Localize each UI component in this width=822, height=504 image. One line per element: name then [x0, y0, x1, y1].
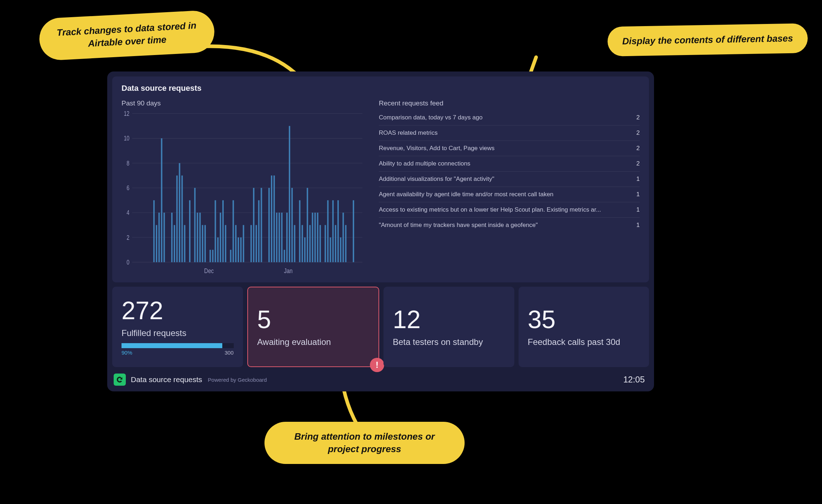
dashboard-card: Data source requests Past 90 days 024681… [107, 71, 654, 391]
svg-rect-48 [253, 188, 254, 262]
svg-rect-26 [182, 176, 183, 262]
feed-subtitle: Recent requests feed [379, 99, 640, 107]
svg-rect-63 [299, 200, 301, 262]
bar-chart: 024681012DecJan [122, 111, 365, 276]
feed-row-count: 1 [637, 206, 640, 213]
svg-rect-58 [284, 250, 285, 262]
svg-rect-30 [197, 213, 198, 262]
svg-rect-66 [307, 188, 308, 262]
svg-text:2: 2 [127, 234, 129, 241]
feed-row: Additional visualizations for "Agent act… [379, 172, 640, 187]
svg-rect-32 [202, 225, 203, 262]
svg-rect-46 [243, 225, 244, 262]
kpi-row: 272Fulfilled requests90%3005Awaiting eva… [112, 287, 649, 367]
svg-rect-54 [273, 176, 275, 262]
feed-row-label: ROAS related metrics [379, 129, 437, 137]
svg-rect-59 [286, 213, 288, 262]
svg-rect-62 [294, 225, 295, 262]
feed-row-count: 2 [637, 129, 640, 137]
svg-rect-31 [199, 213, 201, 262]
svg-rect-20 [161, 138, 162, 262]
kpi-card: 5Awaiting evaluation! [247, 287, 380, 367]
svg-rect-45 [240, 237, 242, 262]
svg-rect-72 [325, 225, 326, 262]
feed-row-label: "Amount of time my trackers have spent i… [379, 222, 538, 229]
feed-row-label: Access to existing metrics but on a lowe… [379, 206, 601, 213]
svg-rect-78 [340, 237, 341, 262]
kpi-label: Awaiting evaluation [257, 337, 370, 347]
svg-rect-81 [353, 200, 354, 262]
svg-rect-52 [268, 188, 270, 262]
svg-rect-75 [332, 200, 334, 262]
svg-rect-27 [184, 225, 185, 262]
svg-rect-39 [222, 200, 224, 262]
svg-rect-69 [315, 213, 316, 262]
feed-row: Ability to add multiple connections2 [379, 156, 640, 172]
kpi-card: 35Feedback calls past 30d [519, 287, 649, 367]
svg-text:Dec: Dec [204, 267, 214, 275]
feed-row: Access to existing metrics but on a lowe… [379, 202, 640, 218]
svg-rect-25 [179, 163, 180, 262]
svg-rect-50 [258, 200, 259, 262]
footer-clock: 12:05 [623, 375, 645, 385]
feed-row-label: Additional visualizations for "Agent act… [379, 176, 494, 183]
svg-rect-79 [342, 213, 344, 262]
svg-rect-28 [189, 200, 190, 262]
svg-rect-73 [327, 200, 328, 262]
kpi-value: 35 [528, 307, 640, 332]
dashboard-title: Data source requests [122, 84, 640, 93]
svg-rect-68 [312, 213, 313, 262]
feed-row-count: 2 [637, 114, 640, 121]
kpi-value: 12 [393, 307, 505, 332]
feed-column: Recent requests feed Comparison data, to… [379, 99, 640, 276]
top-row-card: Data source requests Past 90 days 024681… [112, 76, 649, 282]
svg-rect-80 [345, 225, 347, 262]
kpi-label: Fulfilled requests [122, 328, 234, 338]
feed-row-count: 1 [637, 176, 640, 183]
svg-rect-29 [194, 188, 195, 262]
kpi-value: 272 [122, 298, 234, 323]
svg-rect-61 [291, 188, 293, 262]
footer-dashboard-name: Data source requests [131, 375, 202, 384]
feed-row-count: 2 [637, 160, 640, 167]
svg-text:0: 0 [127, 258, 129, 266]
kpi-progress: 90%300 [122, 343, 234, 356]
svg-rect-40 [225, 225, 226, 262]
kpi-progress-pct: 90% [122, 350, 132, 356]
feed-row: Revenue, Visitors, Add to Cart, Page vie… [379, 141, 640, 156]
svg-rect-43 [235, 225, 237, 262]
svg-rect-36 [215, 200, 216, 262]
svg-text:12: 12 [124, 111, 129, 117]
svg-rect-34 [209, 250, 211, 262]
kpi-card: 12Beta testers on standby [383, 287, 514, 367]
annotation-airtable-tracking: Track changes to data stored in Airtable… [38, 10, 216, 61]
svg-rect-74 [330, 237, 331, 262]
svg-text:6: 6 [127, 184, 129, 191]
svg-rect-53 [271, 176, 272, 262]
chart-subtitle: Past 90 days [122, 99, 365, 107]
annotation-milestones: Bring attention to milestones or project… [264, 422, 465, 464]
svg-rect-67 [309, 225, 311, 262]
kpi-progress-target: 300 [224, 350, 233, 356]
footer-powered-by: Powered by Geckoboard [208, 377, 267, 383]
feed-row: Comparison data, today vs 7 days ago2 [379, 110, 640, 125]
svg-rect-41 [230, 250, 232, 262]
svg-rect-70 [317, 213, 318, 262]
annotation-display-bases: Display the contents of different bases [607, 23, 808, 56]
svg-rect-44 [238, 237, 239, 262]
svg-rect-19 [158, 213, 160, 262]
svg-rect-76 [335, 225, 336, 262]
svg-rect-37 [217, 237, 219, 262]
svg-text:4: 4 [127, 209, 129, 216]
svg-rect-42 [233, 200, 234, 262]
alert-icon: ! [370, 358, 384, 372]
svg-rect-38 [220, 213, 221, 262]
feed-row: ROAS related metrics2 [379, 125, 640, 141]
svg-rect-56 [278, 213, 280, 262]
svg-rect-71 [320, 225, 321, 262]
svg-text:8: 8 [127, 159, 129, 167]
svg-rect-57 [281, 213, 283, 262]
feed-list: Comparison data, today vs 7 days ago2ROA… [379, 110, 640, 233]
svg-rect-64 [302, 225, 303, 262]
feed-row-label: Comparison data, today vs 7 days ago [379, 114, 482, 121]
